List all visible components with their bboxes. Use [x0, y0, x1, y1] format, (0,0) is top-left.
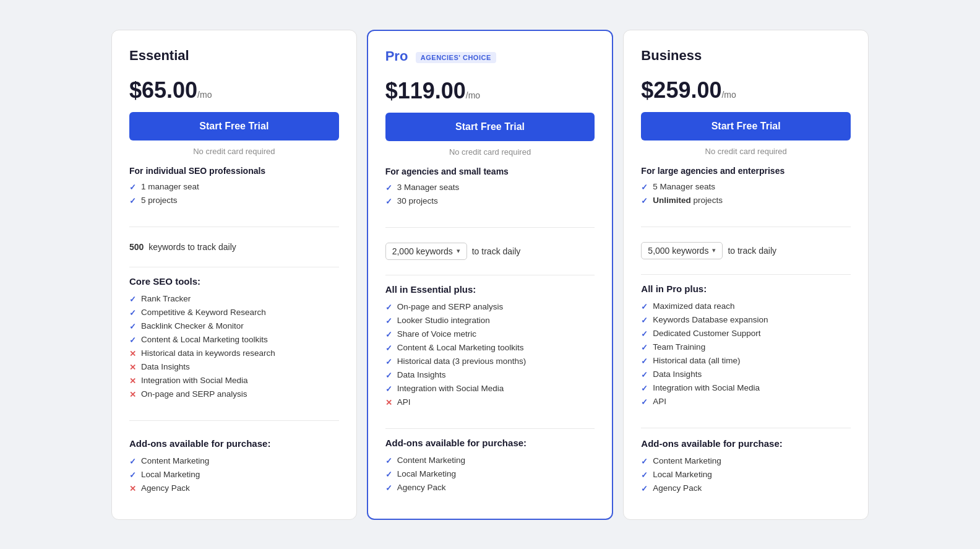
trial-btn-essential[interactable]: Start Free Trial [129, 112, 339, 140]
addon-item: ✓Agency Pack [641, 483, 851, 493]
check-icon: ✓ [129, 308, 136, 318]
feature-item: ✓Historical data (all time) [641, 356, 851, 366]
price-amount-essential: $65.00 [129, 77, 197, 103]
chevron-down-icon: ▾ [712, 246, 716, 254]
check-icon: ✓ [129, 183, 136, 192]
plan-header-pro: Pro AGENCIES' CHOICE [385, 48, 595, 64]
check-icon: ✓ [385, 483, 392, 493]
plan-price-essential: $65.00/mo [129, 77, 339, 103]
keywords-dropdown-pro[interactable]: 2,000 keywords ▾ [385, 243, 467, 260]
price-amount-business: $259.00 [641, 77, 721, 103]
addons-list-pro: ✓Content Marketing ✓Local Marketing ✓Age… [385, 456, 595, 493]
plan-price-pro: $119.00/mo [385, 78, 595, 104]
plan-header-essential: Essential [129, 48, 339, 64]
feature-item: ✓Share of Voice metric [385, 329, 595, 339]
addon-item: ✓Local Marketing [385, 469, 595, 479]
feature-item: ✓Dedicated Customer Support [641, 329, 851, 339]
divider [385, 275, 595, 275]
addon-item: ✓Content Marketing [385, 456, 595, 465]
addons-title-essential: Add-ons available for purchase: [129, 438, 339, 449]
feature-item: ✓API [641, 397, 851, 407]
addons-title-pro: Add-ons available for purchase: [385, 438, 595, 448]
feature-item: ✓Backlink Checker & Monitor [129, 321, 339, 331]
plan-card-business: Business $259.00/mo Start Free Trial No … [623, 30, 869, 520]
check-icon: ✓ [641, 302, 648, 311]
keywords-dropdown-business[interactable]: 5,000 keywords ▾ [641, 242, 723, 259]
check-icon: ✓ [641, 357, 648, 366]
plan-desc-essential: For individual SEO professionals [129, 166, 339, 176]
feature-item: ✕On-page and SERP analysis [129, 389, 339, 399]
features-title-pro: All in Essential plus: [385, 284, 595, 295]
x-icon: ✕ [129, 484, 136, 493]
check-icon: ✓ [385, 384, 392, 394]
projects-item-pro: ✓ 30 projects [385, 196, 595, 206]
plan-desc-business: For large agencies and enterprises [641, 166, 851, 176]
feature-item: ✓Rank Tracker [129, 294, 339, 304]
check-icon: ✓ [641, 370, 648, 379]
check-icon: ✓ [129, 196, 136, 205]
check-icon: ✓ [385, 330, 392, 339]
addon-item: ✓Local Marketing [641, 470, 851, 480]
check-icon: ✓ [641, 343, 648, 352]
plan-desc-pro: For agencies and small teams [385, 166, 595, 176]
addons-section-business: Add-ons available for purchase: ✓Content… [641, 438, 851, 502]
check-icon: ✓ [385, 456, 392, 465]
addon-item: ✓Content Marketing [641, 456, 851, 466]
seats-list-pro: ✓ 3 Manager seats ✓ 30 projects [385, 183, 595, 210]
check-icon: ✓ [385, 371, 392, 380]
seats-item-business: ✓ 5 Manager seats [641, 182, 851, 192]
addons-list-essential: ✓Content Marketing ✓Local Marketing ✕Age… [129, 456, 339, 493]
features-list-essential: ✓Rank Tracker ✓Competitive & Keyword Res… [129, 294, 339, 403]
check-icon: ✓ [641, 316, 648, 325]
check-icon: ✓ [641, 329, 648, 339]
addon-item: ✕Agency Pack [129, 483, 339, 493]
x-icon: ✕ [129, 349, 136, 358]
divider [641, 274, 851, 275]
addons-list-business: ✓Content Marketing ✓Local Marketing ✓Age… [641, 456, 851, 493]
pricing-container: Essential $65.00/mo Start Free Trial No … [106, 30, 874, 520]
x-icon: ✕ [129, 363, 136, 372]
divider [129, 227, 339, 227]
seats-list-essential: ✓ 1 manager seat ✓ 5 projects [129, 182, 339, 209]
x-icon: ✕ [129, 390, 136, 399]
price-amount-pro: $119.00 [385, 78, 466, 103]
feature-item: ✓Competitive & Keyword Research [129, 308, 339, 318]
divider [129, 420, 339, 421]
features-title-essential: Core SEO tools: [129, 276, 339, 287]
x-icon: ✕ [129, 376, 136, 386]
keywords-row-pro: 2,000 keywords ▾ to track daily [385, 236, 595, 266]
addon-item: ✓Agency Pack [385, 483, 595, 493]
feature-item: ✕Data Insights [129, 362, 339, 372]
check-icon: ✓ [641, 384, 648, 393]
plan-name-essential: Essential [129, 48, 339, 64]
feature-item: ✓Data Insights [385, 370, 595, 380]
trial-btn-business[interactable]: Start Free Trial [641, 112, 851, 140]
price-period-pro: /mo [466, 90, 480, 100]
check-icon: ✓ [641, 196, 648, 205]
check-icon: ✓ [129, 295, 136, 304]
check-icon: ✓ [641, 397, 648, 407]
feature-item: ✓On-page and SERP analysis [385, 302, 595, 312]
feature-item: ✓Integration with Social Media [641, 383, 851, 393]
addon-item: ✓Local Marketing [129, 470, 339, 480]
no-cc-essential: No credit card required [129, 147, 339, 156]
addons-section-essential: Add-ons available for purchase: ✓Content… [129, 438, 339, 502]
plan-header-business: Business [641, 48, 851, 64]
check-icon: ✓ [385, 183, 392, 192]
divider [129, 267, 339, 267]
check-icon: ✓ [385, 357, 392, 366]
feature-item: ✕Integration with Social Media [129, 376, 339, 386]
feature-item: ✓Content & Local Marketing toolkits [385, 343, 595, 353]
plan-name-business: Business [641, 48, 851, 64]
price-period-business: /mo [721, 90, 736, 100]
addons-title-business: Add-ons available for purchase: [641, 438, 851, 449]
seats-item-pro: ✓ 3 Manager seats [385, 183, 595, 192]
addon-item: ✓Content Marketing [129, 456, 339, 466]
trial-btn-pro[interactable]: Start Free Trial [385, 113, 595, 141]
feature-item: ✕API [385, 397, 595, 407]
seats-list-business: ✓ 5 Manager seats ✓ Unlimited projects [641, 182, 851, 209]
check-icon: ✓ [641, 484, 648, 493]
feature-item: ✕Historical data in keywords research [129, 348, 339, 358]
feature-item: ✓Maximized data reach [641, 301, 851, 311]
keywords-row-business: 5,000 keywords ▾ to track daily [641, 236, 851, 266]
